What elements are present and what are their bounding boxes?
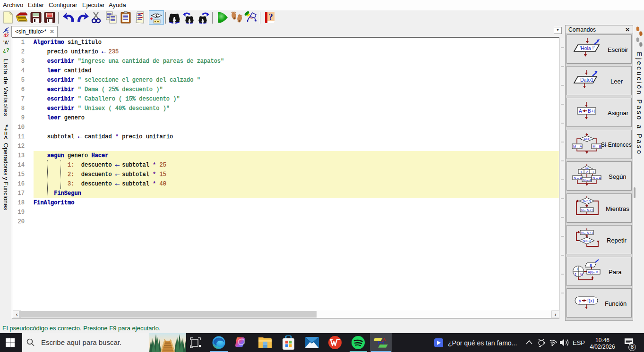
svg-text:A[i]←B: A[i]←B xyxy=(588,270,598,274)
svg-text:2: 2 xyxy=(586,170,588,174)
svg-text:A: A xyxy=(579,109,582,114)
svg-text:B+i: B+i xyxy=(588,109,595,114)
svg-text:N←N+1: N←N+1 xyxy=(581,209,593,212)
svg-text:i: i xyxy=(577,267,578,271)
svg-text:Dato1: Dato1 xyxy=(580,77,593,83)
svg-text:N: N xyxy=(580,272,583,277)
svg-text:B: B xyxy=(590,263,592,268)
svg-text:N<10: N<10 xyxy=(583,200,591,203)
svg-text:dat: dat xyxy=(585,167,589,169)
svg-text:f(x): f(x) xyxy=(587,298,594,303)
svg-text:'Hola !': 'Hola !' xyxy=(580,45,594,51)
svg-text:A>B: A>B xyxy=(584,137,590,141)
svg-text:M←B: M←B xyxy=(592,144,601,149)
svg-text:M←A: M←A xyxy=(573,144,582,149)
svg-text:1: 1 xyxy=(575,272,577,277)
svg-text:N<10: N<10 xyxy=(583,239,591,243)
svg-text:1: 1 xyxy=(580,170,582,174)
svg-text:N←N+1: N←N+1 xyxy=(581,231,593,235)
svg-text:y: y xyxy=(579,298,581,303)
svg-text:N←A: N←A xyxy=(583,178,592,182)
svg-text:N←A: N←A xyxy=(592,176,601,180)
svg-text:3: 3 xyxy=(592,170,593,174)
svg-text:N←A: N←A xyxy=(574,176,582,180)
svg-text:?: ? xyxy=(268,12,273,22)
